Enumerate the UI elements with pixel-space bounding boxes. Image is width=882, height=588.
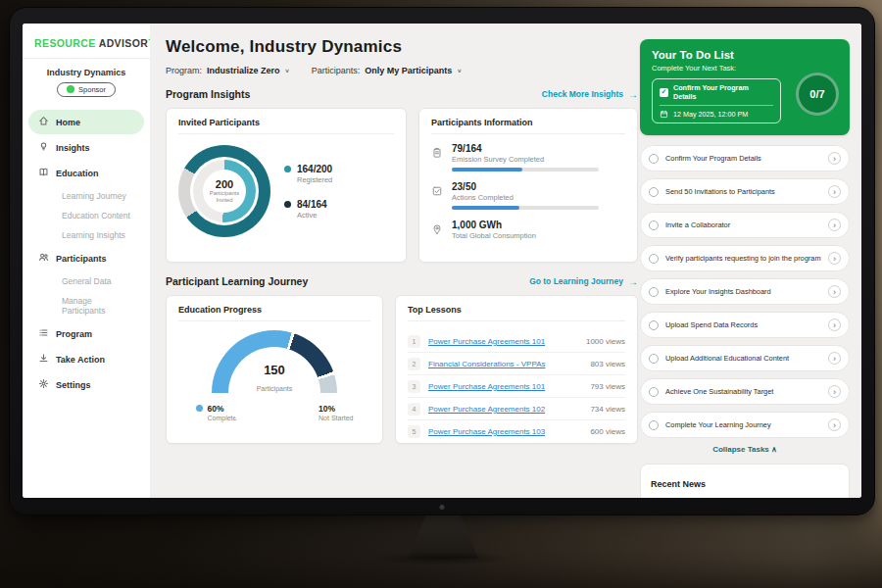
- arrow-right-icon: →: [628, 276, 638, 287]
- task-row-achieve-target[interactable]: Achieve One Sustainability Target ›: [640, 378, 850, 405]
- task-row-invite-collaborator[interactable]: Invite a Collaborator ›: [640, 212, 850, 238]
- main-content: Welcome, Industry Dynamics Program: Indu…: [166, 37, 638, 457]
- task-label: Achieve One Sustainability Target: [665, 387, 821, 397]
- sidebar-item-insights[interactable]: Insights: [28, 135, 144, 160]
- lesson-link[interactable]: Power Purchase Agreements 101: [428, 337, 578, 346]
- lesson-row: 1 Power Purchase Agreements 101 1000 vie…: [408, 330, 625, 353]
- monitor-power-led: [440, 505, 445, 510]
- task-row-send-invitations[interactable]: Send 50 Invitations to Participants ›: [640, 178, 850, 205]
- lesson-link[interactable]: Power Purchase Agreements 103: [428, 427, 582, 436]
- sidebar-item-participants[interactable]: Participants: [28, 246, 144, 270]
- chevron-up-icon: ∧: [771, 445, 777, 454]
- link-label: Go to Learning Journey: [529, 276, 623, 286]
- task-checkbox[interactable]: [649, 387, 659, 397]
- chevron-right-icon[interactable]: ›: [828, 385, 841, 398]
- gear-icon: [38, 378, 49, 391]
- sidebar-item-label: Settings: [56, 380, 91, 390]
- background-scene: RESOURCE ADVISOR+ Industry Dynamics Spon…: [0, 0, 882, 588]
- sidebar-item-take-action[interactable]: Take Action: [28, 347, 144, 371]
- task-row-complete-learning-journey[interactable]: Complete Your Learning Journey ›: [640, 412, 850, 438]
- sidebar-item-learning-journey[interactable]: Learning Journey: [28, 186, 144, 206]
- task-row-explore-insights[interactable]: Explore Your Insights Dashboard ›: [640, 278, 850, 305]
- collapse-label: Collapse Tasks: [712, 445, 769, 454]
- sidebar-item-home[interactable]: Home: [28, 110, 144, 134]
- lesson-link[interactable]: Power Purchase Agreements 102: [428, 405, 582, 414]
- sidebar-item-settings[interactable]: Settings: [28, 372, 144, 397]
- next-task-box[interactable]: ✓ Confirm Your Program Details 12 May 20…: [652, 78, 781, 123]
- checklist-icon: [431, 183, 443, 195]
- task-row-confirm-program[interactable]: Confirm Your Program Details ›: [640, 145, 850, 172]
- progress-bar-actions: [452, 206, 599, 210]
- task-checkbox[interactable]: [649, 320, 659, 330]
- chevron-right-icon[interactable]: ›: [828, 418, 841, 431]
- next-task-label: Confirm Your Program Details: [673, 83, 773, 101]
- task-row-verify-participants[interactable]: Verify participants requesting to join t…: [640, 245, 850, 271]
- task-row-upload-educational-content[interactable]: Upload Additional Educational Content ›: [640, 345, 850, 371]
- link-label: Check More Insights: [542, 89, 623, 99]
- info-label: Emission Survey Completed: [452, 155, 599, 164]
- insights-cards-row: Invited Participants 200 Participant: [166, 108, 638, 263]
- task-checkbox[interactable]: [649, 287, 659, 297]
- lesson-views: 793 views: [590, 382, 625, 391]
- task-checkbox[interactable]: [649, 220, 659, 230]
- checkbox-icon: ✓: [660, 88, 668, 97]
- sidebar-item-general-data[interactable]: General Data: [28, 271, 144, 291]
- lesson-link[interactable]: Financial Considerations - VPPAs: [428, 360, 582, 368]
- task-checkbox[interactable]: [649, 354, 659, 364]
- task-label: Confirm Your Program Details: [665, 154, 821, 164]
- task-checkbox[interactable]: [649, 420, 659, 430]
- chevron-right-icon[interactable]: ›: [828, 219, 841, 231]
- participants-filter-dropdown[interactable]: Participants: Only My Participants ∨: [312, 66, 463, 75]
- legend-dot-teal: [284, 166, 291, 172]
- chevron-right-icon[interactable]: ›: [828, 318, 841, 331]
- donut-center: 200 Participants Invited: [203, 170, 246, 213]
- task-checkbox[interactable]: [649, 154, 659, 164]
- calendar-icon: [660, 110, 668, 119]
- lesson-row: 5 Power Purchase Agreements 103 600 view…: [408, 420, 625, 442]
- check-more-insights-link[interactable]: Check More Insights →: [542, 89, 638, 100]
- education-gauge-chart: 150 Participants: [212, 330, 337, 393]
- lesson-rank: 4: [408, 403, 420, 416]
- download-icon: [38, 353, 49, 366]
- task-checkbox[interactable]: [649, 254, 659, 264]
- legend-item-active: 84/164 Active: [284, 199, 332, 220]
- main-area: Welcome, Industry Dynamics Program: Indu…: [150, 24, 861, 498]
- sidebar-item-program[interactable]: Program: [28, 321, 144, 346]
- chevron-right-icon[interactable]: ›: [828, 352, 841, 365]
- lesson-link[interactable]: Power Purchase Agreements 101: [428, 382, 582, 391]
- filter-bar: Program: Industrialize Zero ∨ Participan…: [166, 66, 638, 75]
- chevron-right-icon[interactable]: ›: [828, 185, 841, 198]
- chevron-down-icon: ∨: [457, 68, 462, 74]
- program-filter-dropdown[interactable]: Program: Industrialize Zero ∨: [166, 66, 290, 75]
- sidebar-nav: Home Insights Education Learning Journey…: [23, 105, 150, 402]
- brand-logo: RESOURCE ADVISOR+: [23, 24, 150, 59]
- sidebar-item-education-content[interactable]: Education Content: [28, 206, 144, 225]
- chevron-right-icon[interactable]: ›: [828, 285, 841, 298]
- sidebar-item-education[interactable]: Education: [28, 161, 144, 185]
- legend-value: 164/200: [297, 164, 332, 174]
- sidebar-item-label: Program: [56, 329, 92, 339]
- task-row-upload-spend-data[interactable]: Upload Spend Data Records ›: [640, 312, 850, 338]
- task-checkbox[interactable]: [649, 187, 659, 197]
- go-to-learning-journey-link[interactable]: Go to Learning Journey →: [529, 276, 638, 287]
- info-value: 23/50: [452, 181, 599, 192]
- task-label: Verify participants requesting to join t…: [665, 254, 821, 264]
- task-label: Upload Additional Educational Content: [665, 354, 821, 364]
- brand-part2: ADVISOR: [99, 37, 149, 49]
- journey-cards-row: Education Progress 150 Participants: [166, 295, 638, 444]
- collapse-tasks-link[interactable]: Collapse Tasks ∧: [640, 445, 850, 454]
- info-value: 79/164: [452, 143, 599, 154]
- next-task-due: 12 May 2025, 12:00 PM: [673, 110, 748, 119]
- sidebar: RESOURCE ADVISOR+ Industry Dynamics Spon…: [23, 24, 151, 498]
- page-title: Welcome, Industry Dynamics: [166, 37, 638, 57]
- sponsor-badge[interactable]: Sponsor: [57, 82, 116, 97]
- card-title: Top Lessons: [408, 305, 625, 321]
- sidebar-item-manage-participants[interactable]: Manage Participants: [28, 291, 144, 320]
- chevron-right-icon[interactable]: ›: [828, 152, 841, 165]
- sidebar-item-learning-insights[interactable]: Learning Insights: [28, 225, 144, 245]
- education-progress-card: Education Progress 150 Participants: [166, 295, 383, 444]
- task-label: Explore Your Insights Dashboard: [665, 287, 821, 297]
- chevron-right-icon[interactable]: ›: [828, 252, 841, 265]
- legend-dot-blue: [196, 405, 203, 412]
- lesson-rank: 3: [408, 380, 420, 393]
